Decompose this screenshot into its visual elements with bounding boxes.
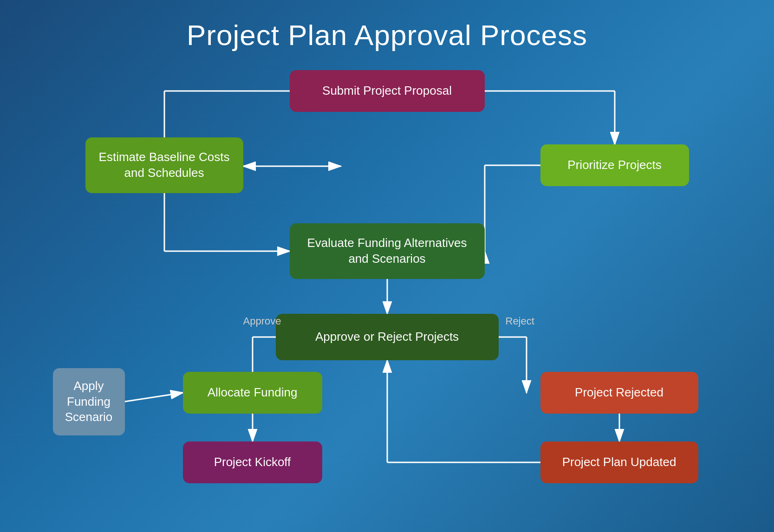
approve-reject-node: Approve or Reject Projects bbox=[276, 314, 499, 360]
evaluate-node: Evaluate Funding Alternatives and Scenar… bbox=[290, 223, 485, 279]
kickoff-node: Project Kickoff bbox=[183, 441, 322, 483]
diagram-container: Submit Project Proposal Estimate Baselin… bbox=[39, 56, 735, 483]
estimate-node: Estimate Baseline Costs and Schedules bbox=[85, 137, 243, 193]
submit-node: Submit Project Proposal bbox=[290, 70, 485, 112]
rejected-node: Project Rejected bbox=[540, 372, 698, 414]
allocate-node: Allocate Funding bbox=[183, 372, 322, 414]
plan-updated-node: Project Plan Updated bbox=[540, 441, 698, 483]
prioritize-node: Prioritize Projects bbox=[540, 144, 689, 186]
approve-label: Approve bbox=[243, 315, 281, 327]
svg-line-16 bbox=[125, 393, 183, 402]
page-title: Project Plan Approval Process bbox=[0, 0, 774, 56]
reject-label: Reject bbox=[506, 315, 534, 327]
apply-node: Apply Funding Scenario bbox=[53, 368, 125, 435]
